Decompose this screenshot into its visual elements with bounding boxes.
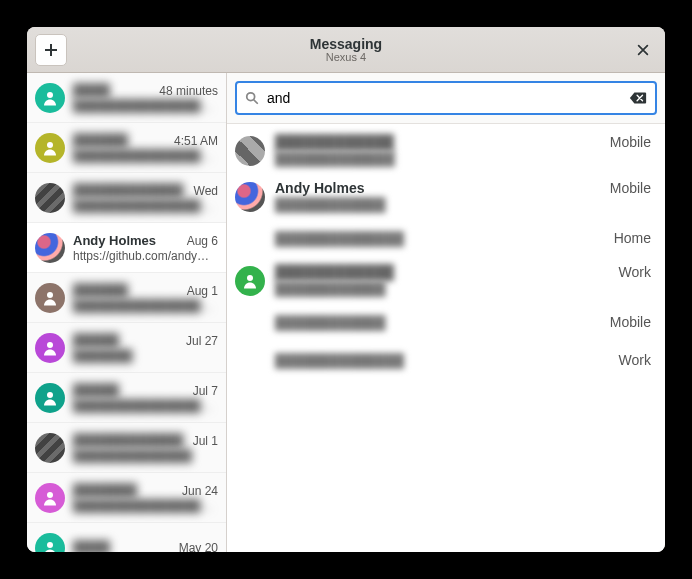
conversation-time: Jul 7 [193,384,218,398]
conversation-sidebar[interactable]: ████48 minutes██████████████████████████… [27,73,227,552]
number-type: Home [614,230,651,246]
number-type: Mobile [610,180,651,196]
conversation-time: Jul 1 [193,434,218,448]
avatar [35,233,65,263]
number-type: Work [619,352,651,368]
header-titles: Messaging Nexus 4 [27,36,665,63]
conversation-preview: █████████████████████ [73,99,218,113]
person-icon [41,489,59,507]
avatar [235,182,265,212]
search-icon [245,91,259,105]
plus-icon [43,42,59,58]
conversation-preview: ███████ [73,349,218,363]
conversation-name: ██████ [73,283,128,298]
number-type: Work [619,264,651,280]
avatar [35,83,65,113]
avatar [235,266,265,296]
contact-number: █████████████ [275,151,395,166]
contact-entry[interactable]: Andy Holmes████████████Mobile [235,176,651,216]
conversation-preview: https://github.com/andy… [73,249,218,263]
conversation-preview: ████████████████… [73,299,218,313]
conversation-preview: ████████████████████ [73,199,218,213]
avatar [235,136,265,166]
conversation-item[interactable]: ███████Jun 24██████████████████████ [27,473,226,523]
conversation-time: 4:51 AM [174,134,218,148]
headerbar: Messaging Nexus 4 [27,27,665,73]
conversation-name: ████ [73,83,110,98]
conversation-item[interactable]: ████████████Wed████████████████████ [27,173,226,223]
contact-number: ██████████████ [275,231,404,246]
person-icon [41,289,59,307]
search-input-wrap [235,81,657,115]
contact-entry[interactable]: ████████████████████████Work [235,260,651,300]
conversation-preview: ██████████████████████ [73,499,218,513]
conversation-name: █████ [73,333,119,348]
app-window: Messaging Nexus 4 ████48 minutes████████… [27,27,665,552]
searchbar [227,73,665,124]
number-type: Mobile [610,134,651,150]
clear-search-button[interactable] [629,89,647,107]
conversation-time: Jul 27 [186,334,218,348]
avatar [35,533,65,553]
new-conversation-button[interactable] [35,34,67,66]
avatar [35,183,65,213]
conversation-item[interactable]: ████May 20 [27,523,226,552]
person-icon [41,89,59,107]
svg-point-5 [47,492,53,498]
window-subtitle: Nexus 4 [27,51,665,63]
contact-number: ████████████ [275,197,386,212]
avatar [35,483,65,513]
conversation-item[interactable]: ████████████Jul 1██████████████ [27,423,226,473]
conversation-time: Aug 1 [187,284,218,298]
contact-name: ████████████ [275,134,395,150]
contact-name: ████████████ [275,264,394,280]
svg-point-0 [47,92,53,98]
close-button[interactable] [629,36,657,64]
person-icon [241,272,259,290]
contact-number-row[interactable]: ██████████████Work [235,344,651,376]
conversation-item[interactable]: ████48 minutes█████████████████████ [27,73,226,123]
conversation-name: ████████████ [73,183,184,198]
contact-number: ████████████ [275,281,394,296]
conversation-name: Andy Holmes [73,233,156,248]
conversation-time: May 20 [179,541,218,553]
conversation-preview: ██████████████████… [73,149,218,163]
contact-number-row[interactable]: ██████████████Home [235,222,651,254]
conversation-item[interactable]: ██████Aug 1████████████████… [27,273,226,323]
window-title: Messaging [27,36,665,52]
number-type: Mobile [610,314,651,330]
conversation-name: ███████ [73,483,137,498]
avatar [35,333,65,363]
conversation-name: ████████████ [73,433,184,448]
svg-point-3 [47,342,53,348]
svg-point-2 [47,292,53,298]
conversation-item[interactable]: Andy HolmesAug 6https://github.com/andy… [27,223,226,273]
search-results: █████████████████████████MobileAndy Holm… [227,124,665,552]
conversation-preview: ████████████████████ … [73,399,218,413]
svg-point-8 [247,275,253,281]
conversation-preview: ██████████████ [73,449,218,463]
contact-entry[interactable]: █████████████████████████Mobile [235,130,651,170]
contact-number: ██████████████ [275,353,404,368]
contact-number-row[interactable]: ████████████Mobile [235,306,651,338]
conversation-time: Wed [194,184,218,198]
svg-point-4 [47,392,53,398]
avatar [35,383,65,413]
svg-point-6 [47,542,53,548]
conversation-time: Jun 24 [182,484,218,498]
conversation-item[interactable]: █████Jul 7████████████████████ … [27,373,226,423]
conversation-name: █████ [73,383,119,398]
person-icon [41,339,59,357]
avatar [35,433,65,463]
person-icon [41,139,59,157]
conversation-item[interactable]: ██████4:51 AM██████████████████… [27,123,226,173]
person-icon [41,539,59,553]
person-icon [41,389,59,407]
avatar [35,133,65,163]
avatar [35,283,65,313]
conversation-item[interactable]: █████Jul 27███████ [27,323,226,373]
close-icon [636,43,650,57]
contact-number: ████████████ [275,315,386,330]
search-input[interactable] [259,90,629,106]
conversation-name: ██████ [73,133,128,148]
